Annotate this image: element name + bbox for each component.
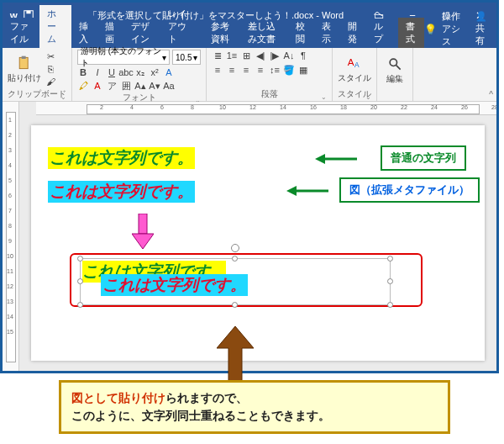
grow-font-icon[interactable]: A▴ bbox=[134, 80, 146, 92]
numbering-icon[interactable]: 1≡ bbox=[226, 50, 238, 61]
text-line-2[interactable]: これは文字列です。 bbox=[48, 181, 195, 203]
svg-rect-5 bbox=[22, 56, 26, 58]
tab-design[interactable]: デザイン bbox=[123, 18, 160, 48]
caption-highlight: 図として貼り付け bbox=[71, 391, 165, 404]
format-painter-icon[interactable]: 🖌 bbox=[45, 76, 56, 87]
ruler-horizontal: 2468101214161820222426283032343638404244… bbox=[36, 102, 496, 115]
underline-icon[interactable]: U bbox=[106, 66, 118, 78]
tab-help[interactable]: ヘルプ bbox=[366, 5, 398, 48]
strike-icon[interactable]: abc bbox=[120, 66, 132, 78]
shrink-font-icon[interactable]: A▾ bbox=[149, 80, 160, 92]
editing-button[interactable]: 編集 bbox=[382, 56, 407, 85]
superscript-icon[interactable]: x² bbox=[149, 66, 160, 78]
bullets-icon[interactable]: ≣ bbox=[212, 50, 223, 61]
pink-down-arrow bbox=[132, 214, 154, 252]
ribbon-group-font: 游明朝 (本文のフォント▾ 10.5▾ B I U abc x₂ x² A 🖍 … bbox=[72, 48, 207, 101]
svg-line-9 bbox=[396, 66, 401, 70]
ribbon-group-editing: 編集 . bbox=[377, 48, 413, 101]
cut-icon[interactable]: ✂ bbox=[45, 50, 56, 62]
highlight-icon[interactable]: 🖍 bbox=[77, 80, 89, 92]
word-window: W 「形式を選択して貼り付け」をマスターしよう！.docx - Word ▭ −… bbox=[0, 0, 499, 373]
align-right-icon[interactable]: ≡ bbox=[240, 64, 252, 76]
svg-rect-12 bbox=[139, 214, 147, 234]
arrow-callout-2 bbox=[286, 182, 328, 203]
text-effects-icon[interactable]: A bbox=[163, 66, 175, 78]
ribbon-group-clipboard: 貼り付け ✂ ⎘ 🖌 クリップボード bbox=[3, 48, 72, 101]
bold-icon[interactable]: B bbox=[77, 66, 89, 78]
line-spacing-icon[interactable]: ↕≡ bbox=[269, 64, 281, 76]
tab-references[interactable]: 参考資料 bbox=[203, 18, 240, 48]
clear-format-icon[interactable]: Aa bbox=[163, 80, 175, 92]
svg-text:A: A bbox=[348, 56, 354, 67]
tab-review[interactable]: 校閲 bbox=[288, 18, 314, 48]
svg-rect-4 bbox=[19, 57, 28, 68]
ruby-icon[interactable]: ア bbox=[106, 80, 118, 92]
share-button[interactable]: 👤 共有 bbox=[475, 11, 490, 47]
ruler-vertical: 123456789101112131415 bbox=[3, 102, 19, 371]
rotate-handle[interactable] bbox=[231, 244, 239, 252]
paste-button[interactable]: 貼り付け bbox=[8, 55, 41, 84]
ribbon-tabs: ファイル ホーム 挿入 描画 デザイン レイアウト 参考資料 差し込み文書 校閲… bbox=[3, 28, 496, 48]
tab-draw[interactable]: 描画 bbox=[97, 18, 123, 48]
subscript-icon[interactable]: x₂ bbox=[134, 66, 146, 78]
tellme-label[interactable]: 操作アシス bbox=[442, 10, 462, 48]
page[interactable]: これは文字列です。 これは文字列です。 普通の文字列 図（拡張メタファイル） bbox=[31, 125, 485, 361]
ribbon-group-styles: AA スタイル スタイル bbox=[333, 48, 377, 101]
sort-icon[interactable]: A↓ bbox=[283, 50, 295, 61]
callout-normal-text: 普通の文字列 bbox=[381, 145, 466, 171]
font-size-select[interactable]: 10.5▾ bbox=[172, 50, 201, 65]
tab-layout[interactable]: レイアウト bbox=[160, 5, 203, 48]
callout-metafile: 図（拡張メタファイル） bbox=[339, 177, 480, 203]
brown-up-arrow bbox=[217, 326, 254, 387]
explanation-caption: 図として貼り付けられますので、 このように、文字列同士重ねることもできます。 bbox=[59, 380, 450, 434]
tab-home[interactable]: ホーム bbox=[39, 5, 71, 48]
justify-icon[interactable]: ≡ bbox=[255, 64, 266, 76]
ribbon-group-paragraph: ≣ 1≡ ⊞ ◀| |▶ A↓ ¶ ≡ ≡ ≡ ≡ ↕≡ 🪣 ▦ bbox=[207, 48, 333, 101]
styles-button[interactable]: AA スタイル bbox=[338, 55, 371, 84]
text-line-1[interactable]: これは文字列です。 bbox=[48, 147, 195, 169]
tellme-icon: 💡 bbox=[424, 24, 437, 35]
ribbon: 貼り付け ✂ ⎘ 🖌 クリップボード 游明朝 (本文のフォント▾ 10.5▾ B… bbox=[3, 48, 496, 102]
tab-mailings[interactable]: 差し込み文書 bbox=[240, 18, 288, 48]
collapse-ribbon-icon[interactable]: ^ bbox=[489, 90, 493, 99]
tab-view[interactable]: 表示 bbox=[314, 18, 340, 48]
svg-point-8 bbox=[390, 59, 396, 66]
increase-indent-icon[interactable]: |▶ bbox=[269, 50, 281, 61]
borders-icon[interactable]: ▦ bbox=[297, 64, 309, 76]
font-name-select[interactable]: 游明朝 (本文のフォント▾ bbox=[77, 50, 170, 65]
decrease-indent-icon[interactable]: ◀| bbox=[255, 50, 266, 61]
copy-icon[interactable]: ⎘ bbox=[45, 63, 56, 75]
align-left-icon[interactable]: ≡ bbox=[212, 64, 223, 76]
align-center-icon[interactable]: ≡ bbox=[226, 64, 238, 76]
svg-rect-3 bbox=[26, 11, 30, 14]
font-color-icon[interactable]: A bbox=[92, 80, 103, 92]
italic-icon[interactable]: I bbox=[92, 66, 103, 78]
svg-text:A: A bbox=[354, 61, 360, 69]
pasted-image-object[interactable]: これは文字列です。 これは文字列です。 bbox=[80, 258, 391, 305]
show-marks-icon[interactable]: ¶ bbox=[297, 50, 309, 61]
tab-insert[interactable]: 挿入 bbox=[71, 18, 97, 48]
multilevel-icon[interactable]: ⊞ bbox=[240, 50, 252, 61]
tab-developer[interactable]: 開発 bbox=[340, 18, 366, 48]
overlay-text-2: これは文字列です。 bbox=[101, 274, 248, 296]
shading-icon[interactable]: 🪣 bbox=[283, 64, 295, 76]
char-border-icon[interactable]: 囲 bbox=[120, 80, 132, 92]
tab-file[interactable]: ファイル bbox=[3, 18, 39, 48]
arrow-callout-1 bbox=[315, 151, 357, 171]
tab-format[interactable]: 書式 bbox=[398, 18, 424, 48]
